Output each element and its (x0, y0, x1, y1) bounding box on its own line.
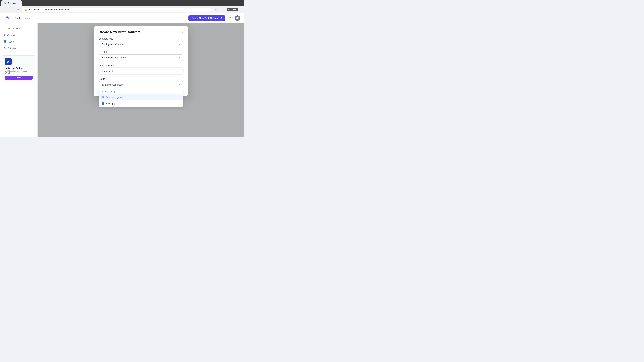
tab-favicon: 🐦 (4, 2, 7, 4)
grid-icon: ⊞ (3, 33, 6, 37)
contract-name-label: Contract Name (98, 64, 183, 67)
modal-overlay: Create New Draft Contract × Contract Typ… (38, 23, 244, 137)
avatar: LD (235, 15, 240, 21)
browser-window: 🐦 Robin AI ✕ + ← → ↻ 🔒 app.robinai.co.uk… (0, 0, 244, 13)
create-draft-button[interactable]: Create New Draft Contract ⊕ (188, 15, 226, 21)
sidebar-item-contract-hub[interactable]: ⌂ Contract Hub (0, 25, 38, 32)
word-icon: W (5, 58, 12, 65)
contract-name-input[interactable] (98, 68, 183, 74)
group-select-display: ▦ Developer group (102, 83, 123, 86)
contract-type-value: Employment Contract (102, 43, 124, 45)
dropdown-scroll-area[interactable]: Select a group ▦ Developer group 👤 Moodj… (99, 88, 183, 107)
home-icon: ⌂ (3, 27, 5, 30)
sidebar-item-groups[interactable]: ⊞ Groups (0, 32, 38, 38)
sidebar-label-settings: Settings (8, 47, 16, 50)
sidebar-label-groups: Groups (7, 34, 15, 36)
modal-dialog: Create New Draft Contract × Contract Typ… (94, 26, 188, 96)
modal-title: Create New Draft Contract (98, 30, 140, 34)
app-header: Draft Moodjoy Create New Draft Contract … (0, 13, 244, 23)
create-btn-label: Create New Draft Contract (191, 17, 219, 19)
tab-label: Robin AI (8, 2, 16, 4)
url-text: app.robinai.co.uk/draft/contract-hub/cre… (28, 8, 70, 11)
dropdown-item-moodjoy[interactable]: 👤 Moodjoy (99, 100, 183, 107)
active-tab[interactable]: 🐦 Robin AI ✕ (1, 0, 22, 6)
group-label: Group (98, 78, 183, 80)
sidebar: ⌂ Contract Hub ⊞ Groups 👤 Users ⚙ Settin… (0, 23, 38, 137)
reload-button[interactable]: ↻ (16, 7, 20, 12)
moodjoy-icon: 👤 (102, 102, 105, 105)
group-table-icon: ▦ (102, 83, 104, 86)
header-right: Create New Draft Contract ⊕ ? LD (188, 15, 240, 21)
question-icon: ? (230, 17, 231, 19)
addon-description: Get Reports within Microsoft Word! (5, 70, 32, 74)
moodjoy-label: Moodjoy (106, 102, 115, 105)
developer-group-icon: ▦ (102, 96, 104, 99)
nav-moodjoy[interactable]: Moodjoy (22, 16, 36, 20)
header-nav: Draft Moodjoy (13, 16, 186, 20)
tab-bar: 🐦 Robin AI ✕ + (0, 0, 244, 6)
addon-title: Install the Add-in (5, 67, 32, 69)
app-container: Draft Moodjoy Create New Draft Contract … (0, 13, 244, 137)
dropdown-header: Select a group (99, 88, 183, 94)
main-layout: ⌂ Contract Hub ⊞ Groups 👤 Users ⚙ Settin… (0, 23, 244, 137)
user-icon: 👤 (3, 40, 7, 43)
download-icon[interactable]: ⬇ (223, 8, 225, 11)
install-button[interactable]: Install (5, 76, 32, 80)
template-chevron-icon: ▾ (179, 56, 180, 59)
back-button[interactable]: ← (2, 7, 8, 12)
dropdown-item-developer-group[interactable]: ▦ Developer group (99, 94, 183, 100)
nav-draft[interactable]: Draft (13, 16, 22, 20)
group-chevron-icon: ▾ (179, 83, 180, 86)
sidebar-label-users: Users (8, 40, 14, 43)
nav-bar: ← → ↻ 🔒 app.robinai.co.uk/draft/contract… (0, 6, 244, 13)
template-group: Template Employment Agreement ▾ (98, 51, 183, 61)
sidebar-item-settings[interactable]: ⚙ Settings (0, 45, 38, 51)
group-value: Developer group (105, 83, 123, 86)
extension-icon[interactable]: ⬚ (219, 8, 221, 11)
logo (4, 15, 10, 21)
group-select[interactable]: ▦ Developer group ▾ (98, 81, 183, 88)
browser-menu-icon[interactable]: ⋮ (240, 8, 242, 11)
settings-icon: ⚙ (3, 46, 6, 50)
incognito-badge: Incognito (227, 8, 238, 11)
contract-type-group: Contract Type Employment Contract ▾ (98, 37, 183, 47)
group-group: Group ▦ Developer group ▾ (98, 78, 183, 88)
contract-name-group: Contract Name (98, 64, 183, 74)
addon-card: W Install the Add-in Get Reports within … (2, 55, 36, 83)
word-letter: W (7, 60, 10, 63)
sidebar-label-contract-hub: Contract Hub (7, 27, 20, 30)
star-icon[interactable]: ☆ (214, 8, 217, 11)
address-bar[interactable]: 🔒 app.robinai.co.uk/draft/contract-hub/c… (22, 7, 213, 12)
modal-body: Contract Type Employment Contract ▾ Temp… (94, 37, 188, 96)
content-area: Create New Draft Contract × Contract Typ… (38, 23, 244, 137)
template-select[interactable]: Employment Agreement ▾ (98, 54, 183, 61)
plus-circle-icon: ⊕ (220, 17, 222, 19)
contract-type-label: Contract Type (98, 37, 183, 40)
forward-button[interactable]: → (9, 7, 14, 12)
nav-right: ☆ ⬚ ⬇ Incognito ⋮ (214, 8, 242, 11)
modal-close-button[interactable]: × (181, 30, 183, 34)
developer-group-label: Developer group (106, 96, 123, 98)
tab-close-icon[interactable]: ✕ (18, 2, 19, 4)
new-tab-button[interactable]: + (23, 1, 27, 5)
template-label: Template (98, 51, 183, 53)
contract-type-select[interactable]: Employment Contract ▾ (98, 41, 183, 47)
help-button[interactable]: ? (228, 15, 233, 21)
modal-header: Create New Draft Contract × (94, 26, 188, 37)
chevron-down-icon: ▾ (179, 43, 180, 45)
lock-icon: 🔒 (24, 8, 27, 11)
group-dropdown-menu: Select a group ▦ Developer group 👤 Moodj… (98, 88, 183, 107)
sidebar-item-users[interactable]: 👤 Users (0, 38, 38, 45)
template-value: Employment Agreement (102, 56, 126, 59)
